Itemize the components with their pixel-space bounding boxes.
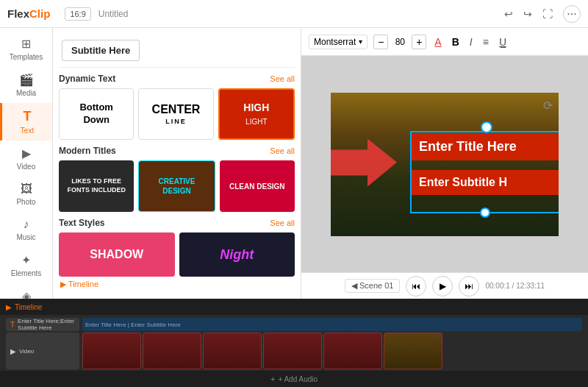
style-item-shadow[interactable]: SHADOW	[59, 232, 175, 277]
top-icons: ↩ ↪ ⛶	[501, 7, 556, 21]
sidebar-item-templates[interactable]: ⊞ Templates	[0, 31, 52, 67]
undo-button[interactable]: ↩	[501, 7, 516, 21]
modern-titles-title: Modern Titles	[59, 146, 116, 156]
timeline-tracks: T Enter Title Here;Enter Subtitle Here E…	[0, 315, 588, 371]
sidebar-item-label: Media	[16, 89, 36, 97]
more-button[interactable]: ···	[563, 5, 581, 23]
video-clip-2[interactable]	[143, 333, 201, 369]
dynamic-text-see-all[interactable]: See all	[270, 74, 295, 83]
sidebar-item-photo[interactable]: 🖼 Photo	[0, 177, 52, 212]
subtitle-overlay[interactable]: Enter Subtitle H	[412, 170, 559, 195]
music-icon: ♪	[24, 218, 29, 231]
fullscreen-button[interactable]: ⛶	[539, 7, 556, 21]
canvas-wrapper: ‹ Enter Title Here Enter Subtitle H	[301, 56, 588, 272]
timeline-icon: ▶	[6, 303, 12, 311]
sidebar-item-media[interactable]: 🎬 Media	[0, 67, 52, 103]
timeline-text: Timeline	[15, 303, 42, 311]
sidebar-item-video[interactable]: ▶ Video	[0, 141, 52, 177]
align-button[interactable]: ≡	[481, 35, 491, 49]
sidebar-item-label: Photo	[16, 198, 35, 206]
main-area: ⊞ Templates 🎬 Media T Text ▶ Video 🖼 Pho…	[0, 28, 588, 299]
track-label-video: ▶ Video	[6, 333, 79, 369]
timeline-area: ▶ Timeline T Enter Title Here;Enter Subt…	[0, 299, 588, 387]
modern-item-creative[interactable]: CREATIVEDESIGN	[138, 160, 215, 212]
video-track-label: Video	[19, 348, 34, 355]
svg-marker-0	[331, 139, 397, 187]
dynamic-text-title: Dynamic Text	[59, 74, 115, 84]
refresh-icon[interactable]: ⟳	[543, 99, 553, 113]
sidebar-item-label: Text	[21, 127, 34, 135]
font-size-control: − 80 +	[373, 35, 426, 49]
chevron-down-icon: ▾	[359, 38, 362, 46]
dynamic-item-highlight[interactable]: HIGHLIGHT	[218, 88, 295, 140]
aspect-ratio-button[interactable]: 16:9	[65, 7, 90, 21]
text-track-label: Enter Title Here;Enter Subtitle Here	[18, 318, 75, 331]
sidebar-item-overlays[interactable]: ◈ Overlays	[0, 283, 52, 299]
photo-icon: 🖼	[21, 182, 32, 196]
bold-button[interactable]: B	[450, 35, 462, 49]
add-audio-icon: +	[270, 374, 275, 383]
video-clip-6[interactable]	[384, 333, 442, 369]
timeline-row-text: T Enter Title Here;Enter Subtitle Here E…	[6, 318, 582, 331]
text-styles-section-header: Text Styles See all	[59, 218, 295, 228]
overlays-icon: ◈	[22, 289, 31, 299]
arrow-overlay	[331, 139, 397, 190]
underline-button[interactable]: U̲	[497, 35, 509, 49]
font-color-button[interactable]: A	[432, 35, 443, 49]
add-audio-bar[interactable]: + + Add Audio	[0, 371, 588, 387]
timeline-row-video: ▶ Video	[6, 333, 582, 369]
sidebar-item-elements[interactable]: ✦ Elements	[0, 247, 52, 283]
italic-button[interactable]: I	[467, 35, 475, 49]
play-button[interactable]: ▶	[432, 276, 453, 297]
arrow-svg	[331, 139, 397, 187]
modern-titles-see-all[interactable]: See all	[270, 146, 295, 155]
video-clip-5[interactable]	[323, 333, 382, 369]
sidebar-item-music[interactable]: ♪ Music	[0, 212, 52, 247]
sidebar-item-label: Video	[17, 163, 35, 171]
video-clip-4[interactable]	[263, 333, 322, 369]
text-track-content[interactable]: Enter Title Here | Enter Subtitle Here	[82, 318, 582, 331]
font-size-minus-button[interactable]: −	[373, 35, 388, 49]
text-styles-see-all[interactable]: See all	[270, 219, 295, 227]
forward-button[interactable]: ⏭	[459, 276, 479, 297]
subtitle-preview[interactable]: Subtitle Here	[62, 40, 140, 61]
playback-bar: ◀ Scene 01 ⏮ ▶ ⏭ 00:00:1 / 12:33:11	[301, 272, 588, 299]
timeline-label[interactable]: ▶ Timeline	[60, 280, 295, 289]
text-icon: T	[24, 109, 32, 124]
time-code: 00:00:1 / 12:33:11	[485, 282, 545, 290]
sidebar-item-label: Music	[16, 233, 35, 241]
add-audio-label: + Add Audio	[278, 375, 318, 383]
title-text: Enter Title Here	[419, 139, 517, 154]
top-bar: FlexClip 16:9 Untitled ↩ ↪ ⛶ ···	[0, 0, 588, 28]
video-clip-1[interactable]	[82, 333, 141, 369]
text-styles-row: SHADOW Night	[59, 232, 295, 277]
track-label-text: T Enter Title Here;Enter Subtitle Here	[6, 318, 79, 331]
modern-item-clean[interactable]: CLEAN DESIGN	[220, 160, 295, 212]
dynamic-item-bottom-down[interactable]: BottomDown	[59, 88, 134, 140]
dynamic-item-center[interactable]: CENTER LINE	[138, 88, 213, 140]
video-clips-row	[82, 333, 582, 369]
style-item-night[interactable]: Night	[179, 232, 295, 277]
modern-titles-section-header: Modern Titles See all	[59, 146, 295, 156]
modern-titles-row: LIKES TO FREEFONTS INCLUDED CREATIVEDESI…	[59, 160, 295, 212]
left-panel: Subtitle Here Dynamic Text See all Botto…	[53, 28, 301, 299]
redo-button[interactable]: ↪	[520, 7, 535, 21]
timeline-label-text: ▶ Timeline	[60, 280, 98, 289]
video-canvas: Enter Title Here Enter Subtitle H ⟳	[331, 93, 559, 236]
dynamic-text-row: BottomDown CENTER LINE HIGHLIGHT	[59, 88, 295, 140]
font-selector[interactable]: Montserrat ▾	[309, 35, 368, 49]
text-track-clip-label: Enter Title Here | Enter Subtitle Here	[85, 322, 181, 328]
media-icon: 🎬	[19, 73, 34, 87]
title-overlay[interactable]: Enter Title Here	[412, 133, 559, 160]
templates-icon: ⊞	[21, 37, 31, 51]
scene-button[interactable]: ◀ Scene 01	[345, 279, 401, 293]
video-clip-3[interactable]	[203, 333, 262, 369]
modern-item-likes[interactable]: LIKES TO FREEFONTS INCLUDED	[59, 160, 134, 212]
sidebar-item-text[interactable]: T Text	[0, 103, 52, 141]
rewind-button[interactable]: ⏮	[406, 276, 426, 297]
dynamic-text-section-header: Dynamic Text See all	[59, 74, 295, 84]
font-size-plus-button[interactable]: +	[412, 35, 426, 49]
font-size-value: 80	[391, 37, 409, 47]
font-name: Montserrat	[314, 37, 356, 47]
video-track-icon: ▶	[10, 347, 16, 355]
